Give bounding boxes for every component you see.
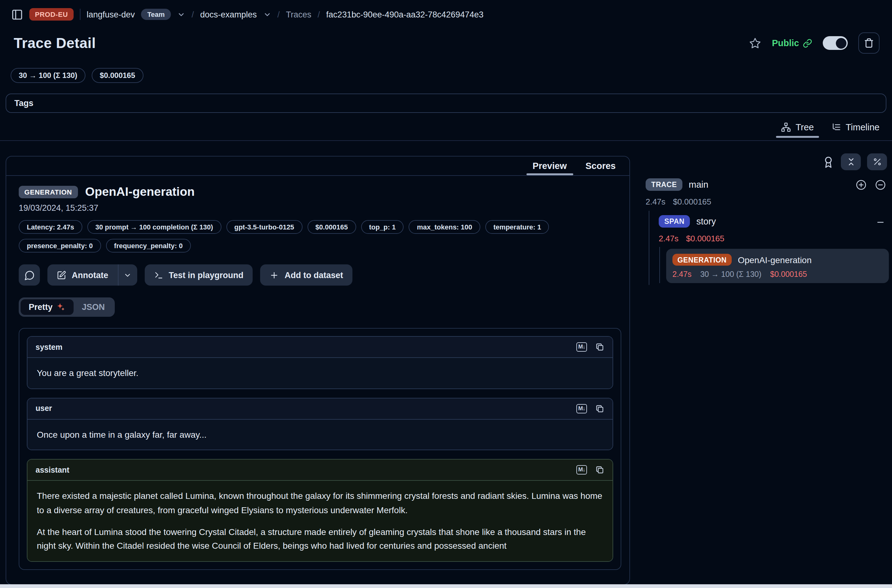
chevron-down-icon <box>123 271 132 279</box>
breadcrumb-trace-id: fac231bc-90ee-490a-aa32-78c4269474e3 <box>326 10 484 19</box>
max-tokens-badge: max_tokens: 100 <box>409 220 480 234</box>
message-actions: M↓ <box>577 342 604 352</box>
generation-metrics: 2.47s 30 → 100 (Σ 130) $0.000165 <box>673 270 883 279</box>
annotate-button[interactable]: Annotate <box>47 264 117 286</box>
messages-container: system M↓ You are a great storyteller. <box>19 328 621 570</box>
message-content: There existed a majestic planet called L… <box>27 481 613 561</box>
model-badge: gpt-3.5-turbo-0125 <box>226 220 302 234</box>
markdown-icon[interactable]: M↓ <box>577 465 587 475</box>
tab-preview[interactable]: Preview <box>533 161 567 171</box>
generation-tokens: 30 → 100 (Σ 130) <box>700 270 761 279</box>
terminal-icon <box>154 270 163 280</box>
message-content: Once upon a time in a galaxy far, far aw… <box>27 419 613 450</box>
span-cost: $0.000165 <box>686 234 725 243</box>
latency-badge: Latency: 2.47s <box>19 220 83 234</box>
award-icon[interactable] <box>822 156 835 168</box>
token-badge: 30 prompt → 100 completion (Σ 130) <box>87 220 221 234</box>
edit-icon <box>57 270 66 280</box>
presence-penalty-badge: presence_penalty: 0 <box>19 239 101 252</box>
tab-tree[interactable]: Tree <box>781 122 814 132</box>
markdown-icon[interactable]: M↓ <box>577 342 587 352</box>
add-to-dataset-label: Add to dataset <box>285 270 343 280</box>
tree-zoom-controls <box>855 179 886 191</box>
trace-metrics: 2.47s $0.000165 <box>646 197 712 206</box>
cost-badge: $0.000165 <box>307 220 356 234</box>
breadcrumb-separator: / <box>192 10 194 19</box>
message-header: user M↓ <box>27 398 613 419</box>
copy-icon[interactable] <box>595 404 604 413</box>
test-in-playground-button[interactable]: Test in playground <box>144 264 253 286</box>
tree-node-trace[interactable]: TRACE main <box>646 178 708 191</box>
add-to-dataset-button[interactable]: Add to dataset <box>260 264 353 286</box>
plus-icon <box>270 270 279 280</box>
tree-toolbar <box>822 153 887 170</box>
tree-connector-line <box>659 247 660 283</box>
tab-tree-label: Tree <box>796 122 814 132</box>
message-actions: M↓ <box>577 404 604 413</box>
breadcrumb-traces[interactable]: Traces <box>286 10 312 19</box>
collapse-span-icon[interactable] <box>876 218 885 227</box>
breadcrumb-separator: / <box>317 10 320 19</box>
total-cost-badge: $0.000165 <box>92 68 143 83</box>
annotate-menu-chevron[interactable] <box>118 264 137 286</box>
expand-all-icon[interactable] <box>855 179 867 191</box>
tags-section[interactable]: Tags <box>6 93 886 113</box>
generation-type-badge: GENERATION <box>673 254 732 266</box>
message-paragraph: You are a great storyteller. <box>37 366 603 380</box>
copy-icon[interactable] <box>595 465 604 475</box>
public-toggle[interactable] <box>823 36 848 50</box>
trash-icon <box>864 38 874 48</box>
comment-button[interactable] <box>19 264 40 286</box>
observation-type-badge: GENERATION <box>19 186 78 198</box>
breadcrumb-organization[interactable]: langfuse-dev <box>87 10 135 19</box>
tab-scores[interactable]: Scores <box>586 161 616 171</box>
public-link[interactable]: Public <box>772 38 812 48</box>
copy-icon[interactable] <box>595 342 604 352</box>
percent-icon <box>872 157 882 166</box>
breadcrumb-divider <box>80 9 81 20</box>
observation-badges: Latency: 2.47s 30 prompt → 100 completio… <box>19 220 624 252</box>
horizontal-scrollbar[interactable] <box>0 584 892 588</box>
breadcrumb: PROD-EU langfuse-dev Team / docs-example… <box>11 6 484 22</box>
collapse-node-icon[interactable] <box>874 179 886 191</box>
message-card-assistant: assistant M↓ There existed a majestic pl… <box>27 459 613 562</box>
message-actions: M↓ <box>577 465 604 475</box>
public-label: Public <box>772 38 799 48</box>
environment-badge[interactable]: PROD-EU <box>29 8 74 21</box>
observation-header: GENERATION OpenAI-generation <box>19 184 619 199</box>
trace-name: main <box>689 180 708 189</box>
toggle-knob <box>836 38 846 48</box>
page-title: Trace Detail <box>14 34 96 51</box>
message-paragraph: There existed a majestic planet called L… <box>37 489 603 518</box>
message-card-user: user M↓ Once upon a time in a galaxy far… <box>27 398 613 450</box>
generation-cost: $0.000165 <box>770 270 807 279</box>
header-actions: Public <box>749 32 880 54</box>
annotate-label: Annotate <box>72 270 108 280</box>
tree-node-span[interactable]: SPAN story <box>659 215 716 228</box>
comment-icon <box>24 270 35 280</box>
format-json[interactable]: JSON <box>74 299 113 315</box>
top-p-badge: top_p: 1 <box>361 220 404 234</box>
span-name: story <box>697 216 716 226</box>
tree-node-generation-selected[interactable]: GENERATION OpenAI-generation 2.47s 30 → … <box>666 249 889 283</box>
metrics-percent-button[interactable] <box>867 153 887 170</box>
span-latency: 2.47s <box>659 234 679 243</box>
trace-type-badge: TRACE <box>646 178 682 191</box>
markdown-icon[interactable]: M↓ <box>577 404 587 413</box>
breadcrumb-project[interactable]: docs-examples <box>200 10 257 19</box>
format-pretty[interactable]: Pretty <box>21 299 74 315</box>
tree-connector-line <box>649 211 649 285</box>
tab-timeline[interactable]: Timeline <box>831 122 880 132</box>
delete-trace-button[interactable] <box>858 32 880 54</box>
generation-row: GENERATION OpenAI-generation <box>673 254 883 266</box>
chevron-down-icon[interactable] <box>263 10 271 18</box>
temperature-badge: temperature: 1 <box>485 220 549 234</box>
trace-summary: 30 → 100 (Σ 130) $0.000165 <box>11 68 143 83</box>
star-icon[interactable] <box>749 37 761 49</box>
collapse-all-button[interactable] <box>841 153 861 170</box>
generation-name: OpenAI-generation <box>738 255 812 265</box>
chevron-down-icon[interactable] <box>177 10 185 18</box>
chevrons-collapse-icon <box>846 157 856 166</box>
breadcrumb-separator: / <box>277 10 280 19</box>
sidebar-toggle-icon[interactable] <box>11 8 23 20</box>
